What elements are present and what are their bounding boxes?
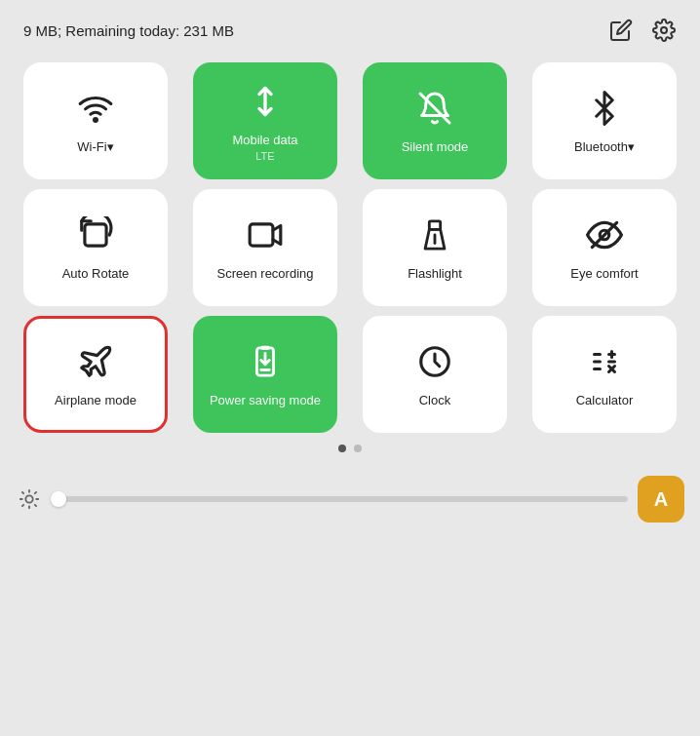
calculator-label: Calculator (576, 393, 634, 408)
tile-power-saving[interactable]: Power saving mode (193, 316, 337, 433)
tile-calculator[interactable]: Calculator (532, 316, 677, 433)
flashlight-icon (413, 213, 456, 256)
svg-rect-5 (250, 224, 273, 246)
clock-label: Clock (419, 393, 451, 408)
eye-comfort-label: Eye comfort (570, 266, 638, 282)
svg-point-0 (661, 27, 667, 33)
tile-clock[interactable]: Clock (363, 316, 507, 433)
dot-2[interactable] (354, 445, 362, 452)
svg-point-1 (95, 119, 97, 122)
grid-row-3: Airplane mode Power saving mode (23, 316, 677, 433)
keyboard-button[interactable]: A (638, 476, 684, 523)
page-dots (0, 445, 700, 452)
tile-screen-recording[interactable]: Screen recording (193, 189, 337, 306)
tile-auto-rotate[interactable]: Auto Rotate (23, 189, 168, 306)
top-bar: 9 MB; Remaining today: 231 MB (0, 0, 700, 53)
svg-line-25 (22, 492, 23, 493)
screen-recording-icon (244, 213, 287, 256)
bluetooth-icon (583, 87, 626, 130)
dot-1[interactable] (338, 445, 346, 452)
silent-mode-label: Silent mode (402, 139, 469, 155)
svg-line-26 (35, 505, 36, 506)
brightness-slider[interactable] (51, 496, 628, 502)
auto-rotate-icon (74, 213, 117, 256)
brightness-icon (16, 485, 43, 513)
svg-rect-4 (85, 224, 106, 246)
grid-row-2: Auto Rotate Screen recording Flashlig (23, 189, 677, 306)
settings-icon[interactable] (651, 18, 677, 43)
mobile-data-sub: LTE (255, 150, 274, 162)
airplane-mode-label: Airplane mode (55, 393, 136, 408)
power-saving-icon (244, 340, 287, 383)
airplane-mode-icon (74, 340, 117, 383)
tile-wifi[interactable]: Wi-Fi▾ (23, 62, 168, 179)
brightness-slider-thumb (51, 491, 66, 507)
top-bar-icons (608, 18, 677, 43)
svg-point-22 (25, 495, 32, 502)
mobile-data-icon (244, 80, 287, 123)
tile-mobile-data[interactable]: Mobile data LTE (193, 62, 337, 179)
screen-recording-label: Screen recording (217, 266, 314, 282)
clock-icon (413, 340, 456, 383)
wifi-label: Wi-Fi▾ (77, 139, 113, 155)
mobile-data-label: Mobile data (232, 133, 297, 148)
keyboard-label: A (654, 488, 668, 511)
tile-eye-comfort[interactable]: Eye comfort (532, 189, 677, 306)
flashlight-label: Flashlight (408, 266, 462, 282)
svg-line-30 (35, 492, 36, 493)
eye-comfort-icon (583, 213, 626, 256)
power-saving-label: Power saving mode (210, 393, 321, 408)
grid-row-1: Wi-Fi▾ Mobile data LTE (23, 62, 677, 179)
auto-rotate-label: Auto Rotate (62, 266, 130, 282)
silent-mode-icon (413, 87, 456, 130)
bluetooth-label: Bluetooth▾ (574, 139, 635, 155)
calculator-icon (583, 340, 626, 383)
svg-line-29 (22, 505, 23, 506)
tile-flashlight[interactable]: Flashlight (363, 189, 507, 306)
status-text: 9 MB; Remaining today: 231 MB (23, 22, 234, 39)
tile-bluetooth[interactable]: Bluetooth▾ (532, 62, 677, 179)
quick-settings-grid: Wi-Fi▾ Mobile data LTE (0, 53, 700, 433)
tile-silent-mode[interactable]: Silent mode (363, 62, 507, 179)
wifi-icon (74, 87, 117, 130)
brightness-section[interactable] (16, 485, 628, 513)
edit-icon[interactable] (608, 18, 634, 43)
bottom-bar: A (0, 462, 700, 536)
tile-airplane-mode[interactable]: Airplane mode (23, 316, 168, 433)
